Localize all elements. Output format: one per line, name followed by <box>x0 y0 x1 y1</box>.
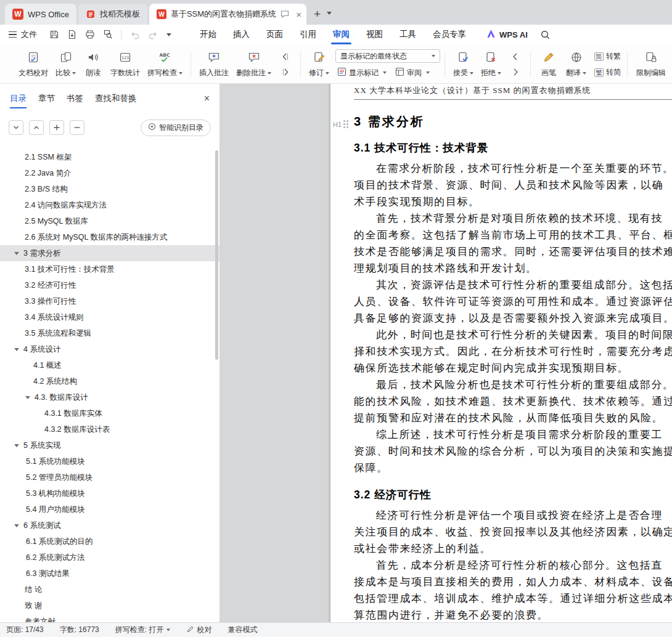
print-preview-icon[interactable] <box>103 30 113 39</box>
toc-item[interactable]: 3.4 系统设计规则 <box>0 309 219 325</box>
read-aloud-button[interactable]: 朗读 <box>80 47 107 82</box>
comment-bubble-icon[interactable] <box>281 10 289 18</box>
insert-comment-button[interactable]: 插入批注 <box>195 47 232 82</box>
proofread-status[interactable]: 校对 <box>187 625 211 635</box>
new-tab-button[interactable]: + <box>314 8 321 20</box>
search-icon[interactable] <box>540 30 551 40</box>
spell-check-status[interactable]: 拼写检查: 打开 <box>115 625 171 635</box>
smart-toc-button[interactable]: 智能识别目录 <box>141 120 211 136</box>
close-pane-icon[interactable]: × <box>204 94 210 103</box>
tab-document[interactable]: W 基于SSM的闲置衣物捐赠系统 × <box>149 4 306 25</box>
toc-item[interactable]: 5.3 机构功能模块 <box>0 485 219 501</box>
translate-button[interactable]: 翻译 <box>562 47 590 82</box>
next-comment-button[interactable] <box>277 66 294 78</box>
reject-changes-button[interactable]: 拒绝 <box>477 47 505 82</box>
toc-item[interactable]: 5.2 管理员功能模块 <box>0 469 219 485</box>
menu-item-insert[interactable]: 插入 <box>233 25 250 44</box>
simplified-to-traditional-button[interactable]: 简 转繁 <box>592 50 623 63</box>
toc-item[interactable]: 3.3 操作可行性 <box>0 293 219 309</box>
save-icon[interactable] <box>49 30 59 39</box>
toc-item[interactable]: 4.3.2 数据库设计表 <box>0 421 219 437</box>
menu-item-tools[interactable]: 工具 <box>400 25 416 44</box>
export-pdf-icon[interactable] <box>67 30 77 39</box>
file-menu[interactable]: 文件 <box>9 29 37 40</box>
toc-item[interactable]: 3.2 经济可行性 <box>0 277 219 293</box>
toc-item[interactable]: 4.2 系统结构 <box>0 373 219 389</box>
more-commands-chevron-icon[interactable] <box>166 33 171 36</box>
toc-expand-arrow-icon[interactable] <box>14 444 19 447</box>
tab-wps-office[interactable]: W WPS Office <box>5 4 76 25</box>
toc-item[interactable]: 5.1 系统功能模块 <box>0 453 219 469</box>
zoom-out-outline-button[interactable] <box>70 120 84 135</box>
toc-item[interactable]: 6.1 系统测试的目的 <box>0 534 219 550</box>
markup-state-select[interactable]: 显示标记的最终状态 <box>335 49 440 63</box>
print-icon[interactable] <box>85 30 95 39</box>
toc-expand-arrow-icon[interactable] <box>25 396 30 399</box>
page-indicator[interactable]: 页面: 17/43 <box>6 625 44 635</box>
sidebar-tab-find-replace[interactable]: 查找和替换 <box>95 84 137 113</box>
restrict-editing-button[interactable]: 限制编辑 <box>633 47 670 82</box>
delete-comment-button[interactable]: 删除批注 <box>232 47 275 82</box>
compatibility-mode-indicator[interactable]: 兼容模式 <box>227 625 257 635</box>
toc-item[interactable]: 3 需求分析 <box>0 245 219 261</box>
toc-item[interactable]: 3.1 技术可行性：技术背景 <box>0 261 219 277</box>
menu-item-member[interactable]: 会员专享 <box>433 25 466 44</box>
document-page[interactable]: XX 大学本科毕业论文（设计）基于 SSM 的闲置衣物捐赠系统 H13 需求分析… <box>330 84 672 622</box>
sidebar-tab-chapters[interactable]: 章节 <box>38 84 55 113</box>
menu-item-review[interactable]: 审阅 <box>333 25 350 44</box>
toc-expand-arrow-icon[interactable] <box>14 252 19 255</box>
toc-item[interactable]: 4 系统设计 <box>0 341 219 357</box>
wps-ai-button[interactable]: WPS AI <box>486 28 528 41</box>
toc-item[interactable]: 4.3. 数据库设计 <box>0 389 219 405</box>
redo-icon[interactable] <box>148 30 158 39</box>
toc-item[interactable]: 2.1 SSM 框架 <box>0 149 219 165</box>
review-pane-button[interactable]: 审阅 <box>393 66 432 79</box>
compare-button[interactable]: 比较 <box>52 47 80 82</box>
toc-item[interactable]: 结 论 <box>0 582 219 598</box>
spell-check-button[interactable]: ABC 拼写检查 <box>144 47 186 82</box>
traditional-to-simplified-button[interactable]: 繁 转简 <box>592 66 623 79</box>
toc-item[interactable]: 6 系统测试 <box>0 517 219 534</box>
sidebar-tab-toc[interactable]: 目录 <box>10 84 27 113</box>
previous-change-button[interactable] <box>507 51 524 63</box>
document-canvas[interactable]: XX 大学本科毕业论文（设计）基于 SSM 的闲置衣物捐赠系统 H13 需求分析… <box>220 84 672 622</box>
toc-item[interactable]: 2.6 系统对 MySQL 数据库的两种连接方式 <box>0 229 219 245</box>
tab-list-chevron-icon[interactable] <box>327 6 332 17</box>
toc-item[interactable]: 2.3 B/S 结构 <box>0 181 219 197</box>
toc-item[interactable]: 5 系统实现 <box>0 437 219 453</box>
toc-item[interactable]: 4.3.1 数据库实体 <box>0 405 219 421</box>
toc-item[interactable]: 6.2 系统测试方法 <box>0 550 219 566</box>
tab-docer-templates[interactable]: 找稻壳模板 <box>78 4 147 25</box>
word-count-button[interactable]: 123 字数统计 <box>107 47 144 82</box>
collapse-all-button[interactable] <box>29 120 44 135</box>
sidebar-tab-bookmarks[interactable]: 书签 <box>67 84 83 113</box>
menu-item-home[interactable]: 开始 <box>200 25 216 44</box>
pen-button[interactable]: 画笔 <box>535 47 562 82</box>
undo-icon[interactable] <box>129 30 140 39</box>
toc-item[interactable]: 参考文献 <box>0 614 219 622</box>
toc-item[interactable]: 致 谢 <box>0 598 219 614</box>
next-change-button[interactable] <box>507 66 524 78</box>
doc-proofread-button[interactable]: 文档校对 <box>15 47 52 82</box>
toc-expand-arrow-icon[interactable] <box>14 348 19 351</box>
toc-item[interactable]: 2.2 Java 简介 <box>0 165 219 181</box>
track-changes-button[interactable]: 修订 <box>305 47 333 82</box>
close-tab-icon[interactable]: × <box>296 10 301 19</box>
toc-item[interactable]: 4.1 概述 <box>0 357 219 373</box>
toc-item[interactable]: 2.5 MySQL 数据库 <box>0 213 219 229</box>
show-markup-button[interactable]: 显示标记 <box>335 66 388 79</box>
heading-drag-handle[interactable]: H1 <box>333 116 349 132</box>
word-count-indicator[interactable]: 字数: 16773 <box>60 625 99 635</box>
previous-comment-button[interactable] <box>277 51 294 63</box>
zoom-in-outline-button[interactable] <box>49 120 64 135</box>
expand-all-button[interactable] <box>9 120 23 135</box>
accept-changes-button[interactable]: 接受 <box>449 47 477 82</box>
sidebar-scrollbar[interactable] <box>215 150 218 360</box>
menu-item-reference[interactable]: 引用 <box>300 25 316 44</box>
toc-item[interactable]: 5.4 用户功能模块 <box>0 501 219 517</box>
toc-item[interactable]: 2.4 访问数据库实现方法 <box>0 197 219 213</box>
menu-item-page-layout[interactable]: 页面 <box>266 25 283 44</box>
toc-item[interactable]: 6.3 测试结果 <box>0 566 219 582</box>
menu-item-view[interactable]: 视图 <box>366 25 383 44</box>
toc-expand-arrow-icon[interactable] <box>14 524 19 527</box>
